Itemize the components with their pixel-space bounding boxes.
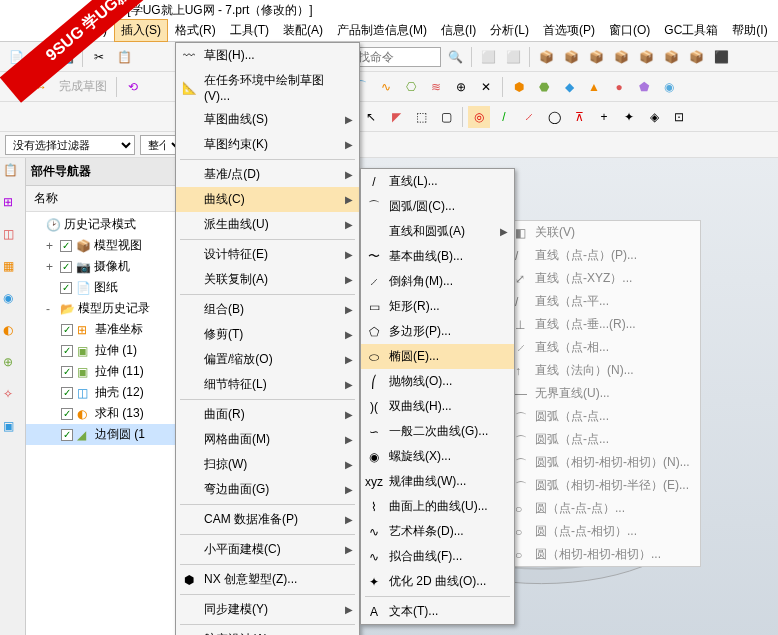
- menu-item[interactable]: 草图曲线(S)▶: [176, 107, 359, 132]
- curve6-icon[interactable]: ✕: [475, 76, 497, 98]
- menu-item[interactable]: CAM 数据准备(P)▶: [176, 507, 359, 532]
- p4-icon[interactable]: ▢: [435, 106, 457, 128]
- tree-item[interactable]: 🕑历史记录模式: [26, 214, 185, 235]
- menu-item[interactable]: 直线和圆弧(A)▶: [361, 219, 514, 244]
- menu-5[interactable]: 产品制造信息(M): [330, 19, 434, 42]
- menu-item[interactable]: 扫掠(W)▶: [176, 452, 359, 477]
- menu-item[interactable]: ✦优化 2D 曲线(O)...: [361, 569, 514, 594]
- tree-item[interactable]: ✓◫抽壳 (12): [26, 382, 185, 403]
- tree-item[interactable]: ✓▣拉伸 (11): [26, 361, 185, 382]
- copy-icon[interactable]: 📋: [113, 46, 135, 68]
- curve5-icon[interactable]: ⊕: [450, 76, 472, 98]
- box3-icon[interactable]: 📦: [585, 46, 607, 68]
- tree-item[interactable]: -📂模型历史记录: [26, 298, 185, 319]
- menu-11[interactable]: 帮助(I): [725, 19, 774, 42]
- tree-item[interactable]: +✓📷摄像机: [26, 256, 185, 277]
- menu-item[interactable]: ◉螺旋线(X)...: [361, 444, 514, 469]
- menu-item[interactable]: ⎛抛物线(O)...: [361, 369, 514, 394]
- lb5-icon[interactable]: ◐: [3, 323, 23, 343]
- menu-2[interactable]: 格式(R): [168, 19, 223, 42]
- lb7-icon[interactable]: ✧: [3, 387, 23, 407]
- tree-item[interactable]: ✓◐求和 (13): [26, 403, 185, 424]
- p9-icon[interactable]: ⊼: [568, 106, 590, 128]
- menu-item[interactable]: 派生曲线(U)▶: [176, 212, 359, 237]
- menu-item[interactable]: ⌇曲面上的曲线(U)...: [361, 494, 514, 519]
- curve3-icon[interactable]: ⎔: [400, 76, 422, 98]
- menu-item[interactable]: 📐在任务环境中绘制草图(V)...: [176, 68, 359, 107]
- menu-item[interactable]: ∽一般二次曲线(G)...: [361, 419, 514, 444]
- menu-10[interactable]: GC工具箱: [657, 19, 725, 42]
- menu-item[interactable]: 〰草图(H)...: [176, 43, 359, 68]
- menu-item[interactable]: ⌒圆弧/圆(C)...: [361, 194, 514, 219]
- menu-item[interactable]: ⬭椭圆(E)...: [361, 344, 514, 369]
- p7-icon[interactable]: ⟋: [518, 106, 540, 128]
- lb1-icon[interactable]: ⊞: [3, 195, 23, 215]
- menu-1[interactable]: 插入(S): [114, 19, 168, 42]
- menu-item[interactable]: ⟋倒斜角(M)...: [361, 269, 514, 294]
- menu-item[interactable]: ∿艺术样条(D)...: [361, 519, 514, 544]
- box7-icon[interactable]: 📦: [685, 46, 707, 68]
- lb4-icon[interactable]: ◉: [3, 291, 23, 311]
- nav-column[interactable]: 名称: [26, 186, 185, 212]
- menu-9[interactable]: 窗口(O): [602, 19, 657, 42]
- box8-icon[interactable]: ⬛: [710, 46, 732, 68]
- p8-icon[interactable]: ◯: [543, 106, 565, 128]
- menu-4[interactable]: 装配(A): [276, 19, 330, 42]
- menu-8[interactable]: 首选项(P): [536, 19, 602, 42]
- tree-item[interactable]: ✓📄图纸: [26, 277, 185, 298]
- solid6-icon[interactable]: ⬟: [633, 76, 655, 98]
- t2a-icon[interactable]: ⟲: [122, 76, 144, 98]
- box2-icon[interactable]: 📦: [560, 46, 582, 68]
- menu-item[interactable]: 修剪(T)▶: [176, 322, 359, 347]
- p11-icon[interactable]: ✦: [618, 106, 640, 128]
- menu-item[interactable]: A文本(T)...: [361, 599, 514, 624]
- nav-icon[interactable]: 📋: [3, 163, 23, 183]
- tree-item[interactable]: ✓▣拉伸 (1): [26, 340, 185, 361]
- curve4-icon[interactable]: ≋: [425, 76, 447, 98]
- tree-item[interactable]: +✓📦模型视图: [26, 235, 185, 256]
- p3-icon[interactable]: ⬚: [410, 106, 432, 128]
- solid5-icon[interactable]: ●: [608, 76, 630, 98]
- menu-item[interactable]: ▭矩形(R)...: [361, 294, 514, 319]
- menu-item[interactable]: 〜基本曲线(B)...: [361, 244, 514, 269]
- solid4-icon[interactable]: ▲: [583, 76, 605, 98]
- menu-item[interactable]: /直线(L)...: [361, 169, 514, 194]
- menu-item[interactable]: 细节特征(L)▶: [176, 372, 359, 397]
- cube1-icon[interactable]: ⬜: [477, 46, 499, 68]
- menu-item[interactable]: )(双曲线(H)...: [361, 394, 514, 419]
- solid1-icon[interactable]: ⬢: [508, 76, 530, 98]
- curve2-icon[interactable]: ∿: [375, 76, 397, 98]
- menu-item[interactable]: 草图约束(K)▶: [176, 132, 359, 157]
- solid7-icon[interactable]: ◉: [658, 76, 680, 98]
- lb3-icon[interactable]: ▦: [3, 259, 23, 279]
- box4-icon[interactable]: 📦: [610, 46, 632, 68]
- lb2-icon[interactable]: ◫: [3, 227, 23, 247]
- menu-7[interactable]: 分析(L): [483, 19, 536, 42]
- menu-item[interactable]: 曲线(C)▶: [176, 187, 359, 212]
- p10-icon[interactable]: +: [593, 106, 615, 128]
- menu-item[interactable]: ⬢NX 创意塑型(Z)...: [176, 567, 359, 592]
- menu-item[interactable]: 设计特征(E)▶: [176, 242, 359, 267]
- tree-item[interactable]: ✓⊞基准坐标: [26, 319, 185, 340]
- solid3-icon[interactable]: ◆: [558, 76, 580, 98]
- box5-icon[interactable]: 📦: [635, 46, 657, 68]
- p5-icon[interactable]: ◎: [468, 106, 490, 128]
- lb6-icon[interactable]: ⊕: [3, 355, 23, 375]
- p13-icon[interactable]: ⊡: [668, 106, 690, 128]
- tree-item[interactable]: ✓◢边倒圆 (1: [26, 424, 185, 445]
- menu-item[interactable]: ⬠多边形(P)...: [361, 319, 514, 344]
- menu-item[interactable]: 曲面(R)▶: [176, 402, 359, 427]
- menu-item[interactable]: 网格曲面(M)▶: [176, 427, 359, 452]
- menu-item[interactable]: 小平面建模(C)▶: [176, 537, 359, 562]
- lb8-icon[interactable]: ▣: [3, 419, 23, 439]
- search-icon[interactable]: 🔍: [444, 46, 466, 68]
- p6-icon[interactable]: /: [493, 106, 515, 128]
- menu-item[interactable]: 弯边曲面(G)▶: [176, 477, 359, 502]
- filter-select-1[interactable]: 没有选择过滤器: [5, 135, 135, 155]
- p12-icon[interactable]: ◈: [643, 106, 665, 128]
- menu-item[interactable]: 关联复制(A)▶: [176, 267, 359, 292]
- cut-icon[interactable]: ✂: [88, 46, 110, 68]
- cube2-icon[interactable]: ⬜: [502, 46, 524, 68]
- p2-icon[interactable]: ◤: [385, 106, 407, 128]
- menu-item[interactable]: 偏置/缩放(O)▶: [176, 347, 359, 372]
